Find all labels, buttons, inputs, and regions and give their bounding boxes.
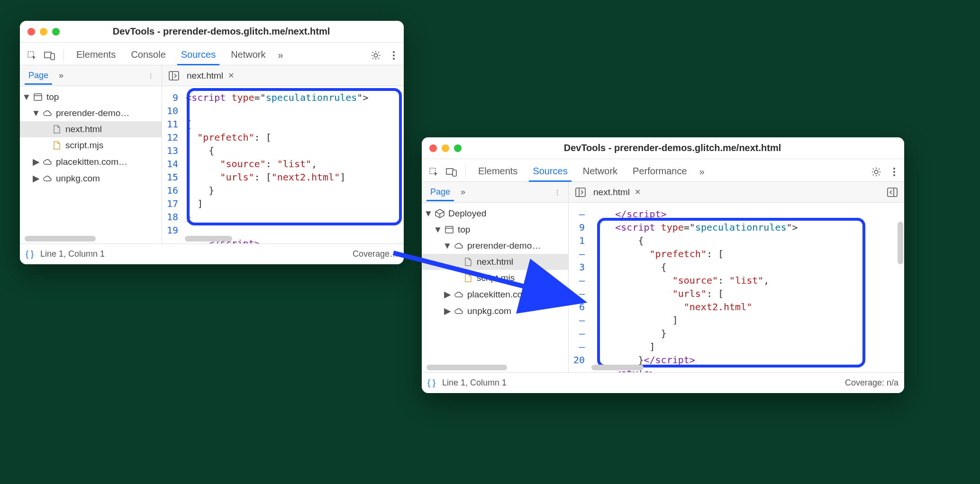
- titlebar: DevTools - prerender-demos.glitch.me/nex…: [20, 21, 404, 43]
- svg-rect-8: [34, 94, 42, 100]
- close-tab-icon[interactable]: ✕: [634, 188, 642, 197]
- deployed-icon: [435, 209, 445, 218]
- tree-label: top: [46, 92, 59, 102]
- scrollbar-vertical[interactable]: [898, 222, 903, 264]
- cursor-position: Line 1, Column 1: [442, 378, 507, 388]
- gear-icon[interactable]: [867, 165, 885, 179]
- close-icon[interactable]: [429, 144, 437, 152]
- window-icon: [445, 226, 454, 233]
- code-area[interactable]: </script> <script type="speculationrules…: [590, 203, 804, 372]
- tabs-overflow-icon[interactable]: »: [275, 48, 286, 63]
- device-toolbar-icon[interactable]: [445, 165, 459, 179]
- devtools-toolbar: Elements Console Sources Network »: [20, 43, 404, 65]
- tab-sources[interactable]: Sources: [527, 162, 573, 181]
- tree-host[interactable]: ▼ prerender-demo…: [20, 105, 162, 121]
- cloud-icon: [43, 159, 52, 165]
- format-icon[interactable]: { }: [26, 249, 34, 259]
- format-icon[interactable]: { }: [427, 378, 436, 388]
- tree-label: Deployed: [448, 208, 486, 219]
- sidebar-overflow-icon[interactable]: »: [56, 69, 66, 82]
- device-toolbar-icon[interactable]: [43, 48, 57, 63]
- scrollbar-horizontal[interactable]: [591, 365, 644, 370]
- caret-right-icon: ▶: [33, 173, 39, 184]
- kebab-icon[interactable]: [889, 165, 899, 179]
- window-icon: [33, 93, 43, 101]
- tree-host[interactable]: ▼ prerender-demo…: [422, 238, 568, 254]
- scrollbar-horizontal[interactable]: [185, 236, 232, 242]
- tab-network[interactable]: Network: [225, 45, 271, 65]
- editor-tabs: next.html ✕: [569, 182, 904, 202]
- editor-tabs: next.html ✕: [162, 65, 404, 86]
- tree-deployed[interactable]: ▼ Deployed: [422, 206, 568, 222]
- caret-right-icon: ▶: [445, 305, 450, 316]
- tree-file-script-mjs[interactable]: script.mjs: [20, 137, 162, 153]
- content: ▼ top ▼ prerender-demo… next.html: [20, 86, 404, 243]
- sidebar-overflow-icon[interactable]: »: [458, 185, 468, 199]
- close-icon[interactable]: [27, 28, 35, 36]
- tab-sources[interactable]: Sources: [175, 45, 221, 65]
- tree-label: next.html: [65, 124, 102, 134]
- tree-domain-unpkg[interactable]: ▶ unpkg.com: [20, 170, 162, 187]
- separator: [465, 166, 466, 178]
- devtools-window-1: DevTools - prerender-demos.glitch.me/nex…: [20, 21, 404, 264]
- tab-elements[interactable]: Elements: [472, 162, 523, 181]
- file-tab-label: next.html: [187, 71, 223, 81]
- tab-performance[interactable]: Performance: [627, 162, 693, 181]
- caret-right-icon: ▶: [33, 156, 39, 167]
- cursor-position: Line 1, Column 1: [40, 249, 105, 259]
- caret-down-icon: ▼: [435, 224, 441, 235]
- separator: [64, 49, 64, 62]
- scrollbar-horizontal[interactable]: [426, 365, 507, 370]
- sidebar-kebab-icon[interactable]: ⋮: [144, 70, 158, 81]
- statusbar: { } Line 1, Column 1 Coverage: n/a: [422, 372, 904, 393]
- scrollbar-horizontal[interactable]: [25, 236, 96, 242]
- code-editor[interactable]: 910111213141516171819—20 <script type="s…: [162, 86, 404, 243]
- svg-rect-20: [445, 226, 453, 233]
- subbar: Page » ⋮ next.html ✕: [20, 65, 404, 86]
- coverage-label[interactable]: Coverage: n/a: [845, 378, 898, 388]
- cloud-icon: [454, 242, 463, 249]
- tree-file-next-html[interactable]: next.html: [20, 121, 162, 137]
- file-icon: [463, 258, 473, 266]
- tree-label: prerender-demo…: [467, 241, 541, 251]
- toggle-navigator-icon[interactable]: [573, 185, 588, 199]
- tree-domain-placekitten[interactable]: ▶ placekitten.com…: [422, 286, 568, 303]
- tree-label: script.mjs: [477, 273, 515, 283]
- content: ▼ Deployed ▼ top ▼ prerender-demo…: [422, 203, 904, 372]
- tree-top[interactable]: ▼ top: [20, 89, 162, 105]
- caret-down-icon: ▼: [24, 92, 29, 102]
- file-tab-next-html[interactable]: next.html ✕: [187, 71, 235, 81]
- inspect-element-icon[interactable]: [426, 165, 441, 179]
- titlebar: DevTools - prerender-demos.glitch.me/nex…: [422, 137, 904, 159]
- tab-elements[interactable]: Elements: [71, 45, 121, 65]
- inspect-element-icon[interactable]: [25, 48, 39, 63]
- tabs-overflow-icon[interactable]: »: [697, 164, 708, 179]
- code-editor[interactable]: —91—3——6———20 </script> <script type="sp…: [569, 203, 904, 372]
- svg-point-3: [393, 51, 395, 53]
- tab-network[interactable]: Network: [577, 162, 623, 181]
- toggle-debugger-icon[interactable]: [885, 185, 899, 199]
- coverage-label[interactable]: Coverage…: [353, 249, 398, 259]
- page-tab[interactable]: Page: [24, 67, 53, 84]
- svg-rect-6: [169, 72, 179, 80]
- window-title: DevTools - prerender-demos.glitch.me/nex…: [448, 143, 897, 153]
- kebab-icon[interactable]: [389, 48, 399, 63]
- caret-down-icon: ▼: [445, 241, 450, 251]
- page-tab[interactable]: Page: [426, 183, 455, 201]
- file-tab-next-html[interactable]: next.html ✕: [593, 187, 642, 197]
- tree-file-script-mjs[interactable]: script.mjs: [422, 270, 568, 286]
- tree-label: unpkg.com: [56, 173, 100, 184]
- tree-domain-unpkg[interactable]: ▶ unpkg.com: [422, 303, 568, 319]
- tree-top[interactable]: ▼ top: [422, 222, 568, 238]
- close-tab-icon[interactable]: ✕: [227, 71, 235, 80]
- svg-rect-2: [51, 54, 54, 60]
- tab-console[interactable]: Console: [125, 45, 171, 65]
- sidebar-kebab-icon[interactable]: ⋮: [550, 187, 564, 198]
- svg-rect-12: [453, 170, 456, 176]
- tree-file-next-html[interactable]: next.html: [422, 254, 568, 270]
- gear-icon[interactable]: [367, 48, 385, 63]
- code-area[interactable]: <script type="speculationrules">{ "prefe…: [183, 86, 374, 243]
- tree-domain-placekitten[interactable]: ▶ placekitten.com…: [20, 153, 162, 170]
- toggle-navigator-icon[interactable]: [167, 69, 181, 83]
- tree-label: prerender-demo…: [56, 108, 129, 118]
